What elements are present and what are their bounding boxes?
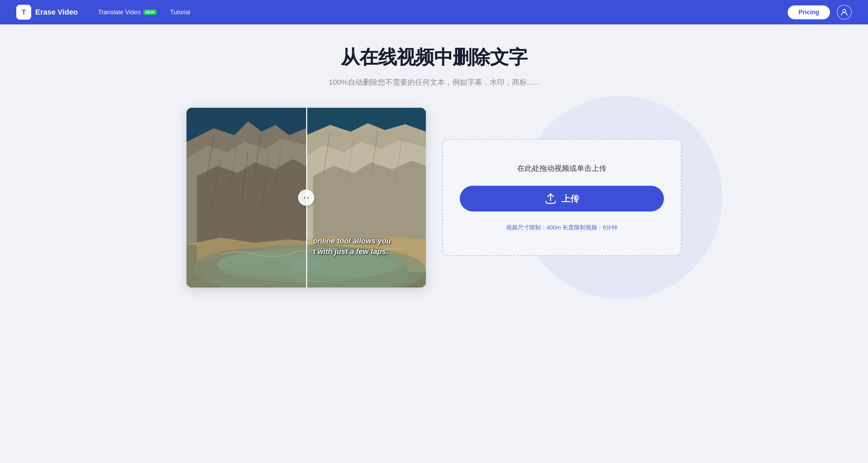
new-badge: NEW — [143, 9, 157, 15]
video-subtitle-area: online tool allows you t with just a few… — [306, 236, 426, 257]
header-right: Pricing — [788, 5, 852, 20]
upload-area[interactable]: 在此处拖动视频或单击上传 上传 视频尺寸限制：400m 长度限制视频：6分钟 — [442, 139, 682, 256]
upload-limits: 视频尺寸限制：400m 长度限制视频：6分钟 — [506, 224, 618, 232]
user-icon — [840, 8, 849, 17]
user-avatar-button[interactable] — [837, 5, 852, 20]
nav-translate-video[interactable]: Translate Video NEW — [98, 9, 157, 16]
content-row: ‹ › online tool allows you t with just a… — [186, 108, 682, 287]
upload-button[interactable]: 上传 — [460, 186, 664, 212]
video-subtitle-text: online tool allows you t with just a few… — [313, 236, 419, 257]
logo-link[interactable]: T Erase Video — [16, 5, 78, 20]
upload-icon — [545, 193, 557, 205]
hero-subtitle: 100%自动删除您不需要的任何文本，例如字幕，水印，商标...... — [186, 77, 682, 87]
svg-point-0 — [843, 9, 846, 12]
logo-text: Erase Video — [35, 8, 78, 17]
pricing-button[interactable]: Pricing — [788, 5, 830, 19]
main-nav: Translate Video NEW Tutorial — [98, 9, 788, 16]
video-comparison: ‹ › online tool allows you t with just a… — [186, 108, 426, 287]
hero-title: 从在线视频中删除文字 — [186, 45, 682, 71]
video-before-overlay — [186, 108, 306, 287]
main-content: 从在线视频中删除文字 100%自动删除您不需要的任何文本，例如字幕，水印，商标.… — [170, 24, 698, 315]
logo-icon: T — [16, 5, 31, 20]
nav-tutorial[interactable]: Tutorial — [170, 9, 190, 16]
header: T Erase Video Translate Video NEW Tutori… — [0, 0, 868, 24]
upload-prompt: 在此处拖动视频或单击上传 — [517, 163, 607, 174]
compare-button[interactable]: ‹ › — [298, 189, 314, 206]
